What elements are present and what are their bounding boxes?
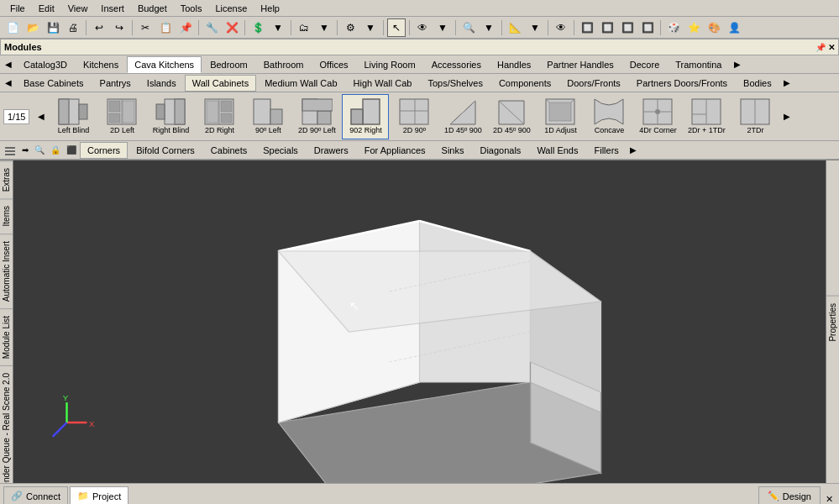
- panel-pin[interactable]: 📌 ✕: [815, 43, 835, 52]
- tb-view4[interactable]: ▼: [480, 18, 498, 37]
- tb-tool1[interactable]: 💲: [249, 18, 267, 37]
- filter-btn4[interactable]: ⬛: [64, 142, 79, 159]
- subcat-doors[interactable]: Doors/Fronts: [559, 75, 628, 92]
- tab-accessories[interactable]: Accessories: [424, 56, 489, 73]
- tb-r3[interactable]: 🔲: [618, 18, 637, 37]
- item-4dr-corner[interactable]: 4Dr Corner: [634, 94, 681, 139]
- tab-connect[interactable]: 🔗 Connect: [3, 486, 68, 504]
- filter-bifold[interactable]: Bifold Corners: [128, 142, 202, 159]
- tab-cava-kitchens[interactable]: Cava Kitchens: [127, 56, 202, 73]
- item-1d-adjust[interactable]: 1D Adjust: [537, 94, 584, 139]
- left-tab-module-list[interactable]: Module List: [0, 308, 13, 365]
- filter-btn3[interactable]: 🔒: [48, 142, 63, 159]
- tb-redo[interactable]: ↪: [110, 18, 128, 37]
- filter-appliances[interactable]: For Appliances: [357, 142, 433, 159]
- tb-paste[interactable]: 📌: [176, 18, 195, 37]
- tab-project[interactable]: 📁 Project: [70, 486, 128, 504]
- item-90-left[interactable]: 90º Left: [244, 94, 291, 139]
- left-tab-extras[interactable]: Extras: [0, 160, 13, 198]
- subcat-islands[interactable]: Islands: [139, 75, 184, 92]
- tab-living-room[interactable]: Living Room: [357, 56, 423, 73]
- item-2d-left[interactable]: 2D Left: [98, 94, 145, 139]
- menu-insert[interactable]: Insert: [94, 2, 131, 15]
- filter-btn2[interactable]: 🔍: [32, 142, 47, 159]
- tb-new[interactable]: 📄: [3, 18, 22, 37]
- tb-view3[interactable]: 🔍: [459, 18, 478, 37]
- items-next[interactable]: ▶: [780, 94, 794, 139]
- subcat-wall[interactable]: Wall Cabinets: [185, 75, 256, 92]
- tb-usr[interactable]: 👤: [725, 18, 743, 37]
- filter-cabinets[interactable]: Cabinets: [203, 142, 254, 159]
- filter-arrow-btn[interactable]: ➡: [19, 142, 31, 159]
- item-90-right[interactable]: 902 Right: [342, 94, 389, 139]
- menu-license[interactable]: License: [208, 2, 254, 15]
- item-right-blind[interactable]: Right Blind: [147, 94, 194, 139]
- filter-specials[interactable]: Specials: [255, 142, 306, 159]
- tab-bedroom[interactable]: Bedroom: [202, 56, 255, 73]
- subcat-components[interactable]: Components: [491, 75, 558, 92]
- item-1d-45-900[interactable]: 1D 45º 900: [439, 94, 486, 139]
- subcat-tops[interactable]: Tops/Shelves: [420, 75, 490, 92]
- filter-fillers[interactable]: Fillers: [586, 142, 626, 159]
- tb-r2[interactable]: 🔲: [598, 18, 616, 37]
- tb-open[interactable]: 📂: [24, 18, 42, 37]
- menu-tools[interactable]: Tools: [174, 2, 209, 15]
- menu-help[interactable]: Help: [254, 2, 286, 15]
- subcat-high-wall[interactable]: High Wall Cab: [346, 75, 420, 92]
- tb-3d[interactable]: 🎲: [664, 18, 683, 37]
- filter-corners[interactable]: Corners: [80, 142, 128, 159]
- left-tab-items[interactable]: Items: [0, 198, 13, 233]
- item-2d-45-900[interactable]: 2D 45º 900: [488, 94, 535, 139]
- item-2d-90[interactable]: 2D 90º: [391, 94, 438, 139]
- tb-r1[interactable]: 🔲: [578, 18, 596, 37]
- subcat-scroll-left[interactable]: ◀: [2, 75, 15, 92]
- left-tab-auto-insert[interactable]: Automatic Insert: [0, 234, 13, 308]
- tb-tool2[interactable]: ▼: [269, 18, 287, 37]
- menu-edit[interactable]: Edit: [32, 2, 61, 15]
- tb-copy[interactable]: 📋: [156, 18, 175, 37]
- tab-catalog3d[interactable]: Catalog3D: [16, 56, 75, 73]
- tb-view1[interactable]: 👁: [413, 18, 432, 37]
- item-left-blind[interactable]: Left Blind: [50, 94, 97, 139]
- tb-undo[interactable]: ↩: [90, 18, 108, 37]
- item-2dr-1tdr[interactable]: 2Dr + 1TDr: [683, 94, 730, 139]
- tab-decore[interactable]: Decore: [622, 56, 667, 73]
- filter-wall-ends[interactable]: Wall Ends: [529, 142, 585, 159]
- filter-sinks[interactable]: Sinks: [434, 142, 472, 159]
- tb-tool3[interactable]: 🗂: [295, 18, 313, 37]
- tab-design[interactable]: ✏️ Design: [758, 486, 821, 504]
- item-2d-right[interactable]: 2D Right: [196, 94, 243, 139]
- tb-view6[interactable]: ▼: [526, 18, 544, 37]
- tb-cut[interactable]: ✂: [136, 18, 155, 37]
- tab-scroll-right[interactable]: ▶: [731, 56, 744, 73]
- filter-drawers[interactable]: Drawers: [307, 142, 356, 159]
- tab-offices[interactable]: Offices: [312, 56, 355, 73]
- tb-mat[interactable]: 🎨: [705, 18, 723, 37]
- items-prev[interactable]: ◀: [34, 94, 48, 139]
- tab-partner-handles[interactable]: Partner Handles: [539, 56, 621, 73]
- item-concave[interactable]: Concave: [585, 94, 632, 139]
- subcat-scroll-right[interactable]: ▶: [780, 75, 794, 92]
- subcat-base[interactable]: Base Cabinets: [16, 75, 92, 92]
- item-2d-90-left[interactable]: 2D 90º Left: [293, 94, 340, 139]
- tab-tramontina[interactable]: Tramontina: [668, 56, 729, 73]
- menu-view[interactable]: View: [61, 2, 95, 15]
- tab-kitchens[interactable]: Kitchens: [76, 56, 126, 73]
- tb-tool6[interactable]: ▼: [361, 18, 380, 37]
- tb-eye[interactable]: 👁: [552, 18, 570, 37]
- menu-file[interactable]: File: [3, 2, 32, 15]
- tab-bathroom[interactable]: Bathroom: [256, 56, 312, 73]
- subcat-partner-doors[interactable]: Partners Doors/Fronts: [629, 75, 735, 92]
- tb-view2[interactable]: ▼: [433, 18, 452, 37]
- tab-handles[interactable]: Handles: [490, 56, 538, 73]
- viewport[interactable]: X Y ↖: [13, 160, 826, 483]
- tb-r4[interactable]: 🔲: [638, 18, 657, 37]
- filter-more[interactable]: ▶: [627, 142, 639, 159]
- tb-tool5[interactable]: ⚙: [341, 18, 359, 37]
- tb-save[interactable]: 💾: [44, 18, 62, 37]
- menu-budget[interactable]: Budget: [131, 2, 174, 15]
- item-2tdr[interactable]: 2TDr: [732, 94, 779, 139]
- tb-select[interactable]: ↖: [387, 18, 406, 37]
- tb-rend[interactable]: ⭐: [684, 18, 703, 37]
- subcat-pantrys[interactable]: Pantrys: [92, 75, 139, 92]
